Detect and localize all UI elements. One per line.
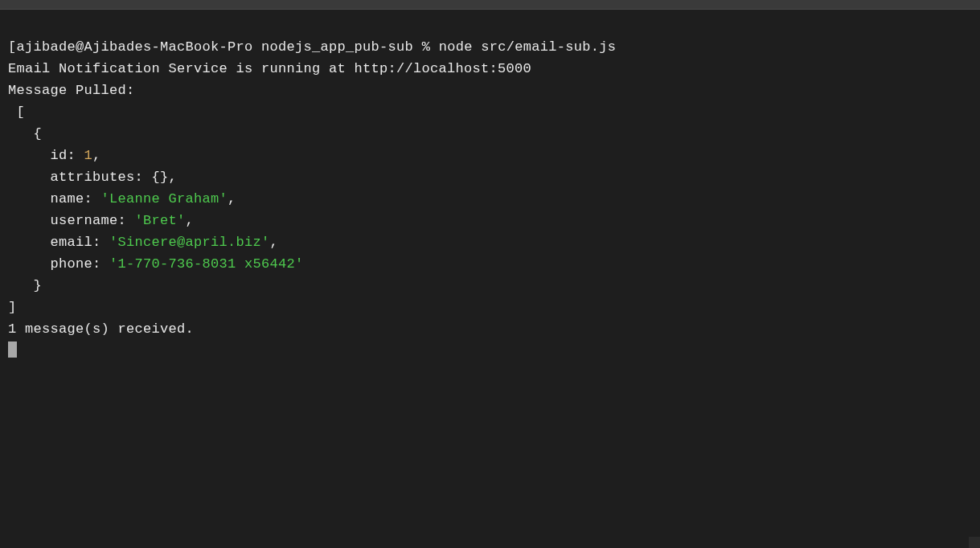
output-comma: , bbox=[186, 213, 195, 228]
output-id-line: id: 1, bbox=[8, 148, 101, 163]
output-comma: , bbox=[270, 235, 279, 250]
output-name-value: 'Leanne Graham' bbox=[101, 191, 228, 207]
prompt-symbol: % bbox=[422, 39, 431, 55]
output-phone-key: phone: bbox=[8, 256, 109, 272]
output-phone-value: '1-770-736-8031 x56442' bbox=[109, 256, 304, 272]
output-id-key: id: bbox=[8, 148, 84, 163]
output-username-key: username: bbox=[8, 213, 135, 228]
output-name-line: name: 'Leanne Graham', bbox=[8, 191, 236, 207]
output-id-value: 1 bbox=[84, 148, 93, 163]
output-username-line: username: 'Bret', bbox=[8, 213, 194, 228]
prompt-userhost: ajibade@Ajibades-MacBook-Pro bbox=[17, 39, 253, 55]
output-email-value: 'Sincere@april.biz' bbox=[109, 235, 270, 250]
terminal-cursor bbox=[8, 341, 17, 358]
output-object-close: } bbox=[8, 278, 42, 293]
output-phone-line: phone: '1-770-736-8031 x56442' bbox=[8, 256, 304, 272]
prompt-line: [ajibade@Ajibades-MacBook-Pro nodejs_app… bbox=[8, 39, 616, 55]
output-object-open: { bbox=[8, 126, 42, 141]
output-service-running: Email Notification Service is running at… bbox=[8, 61, 531, 76]
prompt-cwd: nodejs_app_pub-sub bbox=[261, 39, 413, 55]
prompt-command: node src/email-sub.js bbox=[439, 39, 617, 55]
scroll-corner bbox=[969, 537, 980, 548]
output-name-key: name: bbox=[8, 191, 101, 207]
output-comma: , bbox=[92, 148, 101, 163]
output-username-value: 'Bret' bbox=[135, 213, 186, 228]
output-array-open: [ bbox=[8, 104, 25, 120]
output-email-key: email: bbox=[8, 235, 109, 250]
output-comma: , bbox=[228, 191, 236, 207]
prompt-bracket: [ bbox=[8, 39, 17, 55]
output-attributes-line: attributes: {}, bbox=[8, 170, 177, 185]
window-titlebar bbox=[0, 0, 980, 10]
terminal-output[interactable]: [ajibade@Ajibades-MacBook-Pro nodejs_app… bbox=[0, 10, 980, 366]
output-email-line: email: 'Sincere@april.biz', bbox=[8, 235, 278, 250]
output-message-pulled: Message Pulled: bbox=[8, 83, 135, 98]
output-received: 1 message(s) received. bbox=[8, 321, 194, 337]
output-array-close: ] bbox=[8, 300, 17, 315]
